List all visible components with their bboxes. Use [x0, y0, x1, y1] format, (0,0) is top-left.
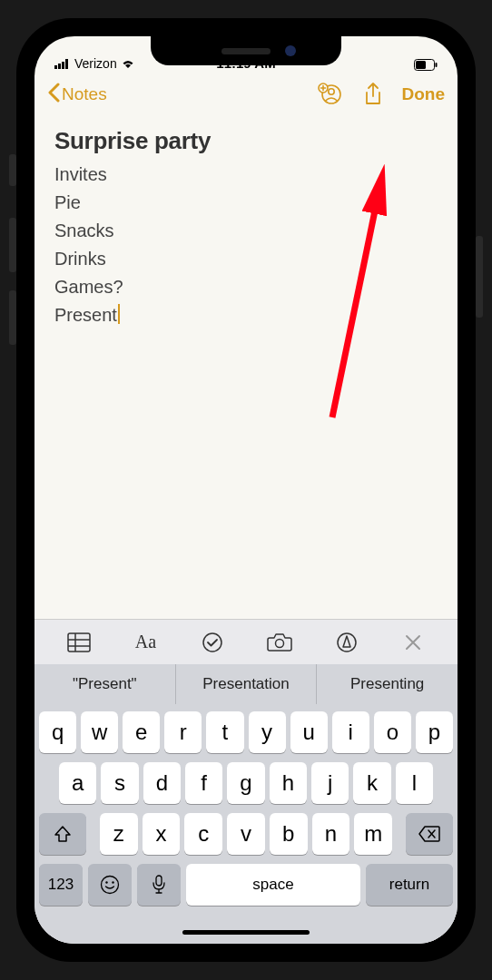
note-title: Surprise party: [54, 127, 438, 155]
key-x[interactable]: x: [143, 813, 181, 855]
svg-rect-1: [58, 64, 61, 69]
predictive-suggestion[interactable]: Presentation: [176, 664, 318, 704]
key-l[interactable]: l: [396, 762, 433, 804]
key-e[interactable]: e: [123, 711, 160, 753]
note-line: Snacks: [54, 217, 438, 245]
svg-point-19: [105, 881, 107, 883]
backspace-key[interactable]: [406, 813, 453, 855]
key-q[interactable]: q: [39, 711, 76, 753]
notch: [151, 36, 341, 65]
key-r[interactable]: r: [164, 711, 202, 753]
svg-rect-11: [68, 633, 90, 652]
power-button: [476, 236, 483, 318]
svg-rect-2: [62, 62, 64, 69]
space-key[interactable]: space: [186, 864, 360, 906]
note-line: Drinks: [54, 245, 438, 273]
note-line: Invites: [54, 161, 438, 189]
key-k[interactable]: k: [353, 762, 390, 804]
svg-point-16: [275, 639, 283, 647]
note-content[interactable]: Surprise party Invites Pie Snacks Drinks…: [34, 116, 458, 340]
key-v[interactable]: v: [227, 813, 265, 855]
keyboard-area: Aa "Present": [34, 619, 458, 944]
predictive-suggestion[interactable]: "Present": [34, 664, 176, 704]
back-button[interactable]: Notes: [47, 83, 107, 107]
text-format-button[interactable]: Aa: [113, 632, 180, 652]
svg-rect-3: [65, 59, 68, 69]
note-line: Pie: [54, 189, 438, 217]
chevron-left-icon: [47, 83, 60, 107]
signal-icon: [54, 58, 71, 69]
svg-point-8: [328, 89, 333, 94]
key-j[interactable]: j: [311, 762, 349, 804]
key-f[interactable]: f: [185, 762, 222, 804]
dismiss-keyboard-button[interactable]: [379, 633, 447, 652]
phone-frame: Verizon 11:19 AM Notes: [16, 18, 476, 962]
key-a[interactable]: a: [59, 762, 96, 804]
svg-point-18: [102, 877, 119, 894]
emoji-key[interactable]: [88, 864, 132, 906]
text-cursor: [118, 304, 120, 324]
home-indicator[interactable]: [34, 920, 458, 944]
predictive-suggestion[interactable]: Presenting: [317, 664, 458, 704]
dictation-key[interactable]: [137, 864, 181, 906]
back-label: Notes: [62, 84, 107, 104]
key-i[interactable]: i: [332, 711, 369, 753]
key-t[interactable]: t: [206, 711, 243, 753]
share-button[interactable]: [353, 82, 393, 107]
predictive-bar: "Present" Presentation Presenting: [34, 664, 458, 704]
key-d[interactable]: d: [143, 762, 181, 804]
camera-button[interactable]: [246, 632, 313, 652]
markup-button[interactable]: [313, 632, 380, 653]
key-z[interactable]: z: [100, 813, 138, 855]
table-button[interactable]: [45, 632, 113, 652]
key-m[interactable]: m: [354, 813, 392, 855]
key-b[interactable]: b: [270, 813, 308, 855]
carrier-label: Verizon: [74, 56, 117, 71]
svg-rect-5: [416, 61, 426, 69]
key-h[interactable]: h: [270, 762, 307, 804]
key-o[interactable]: o: [374, 711, 411, 753]
key-s[interactable]: s: [101, 762, 138, 804]
key-c[interactable]: c: [184, 813, 222, 855]
key-g[interactable]: g: [227, 762, 264, 804]
svg-point-15: [203, 633, 221, 652]
note-line: Present: [54, 301, 438, 329]
svg-rect-0: [54, 65, 57, 69]
svg-point-20: [112, 881, 113, 883]
wifi-icon: [121, 58, 135, 69]
key-n[interactable]: n: [312, 813, 350, 855]
key-y[interactable]: y: [249, 711, 286, 753]
numbers-key[interactable]: 123: [39, 864, 83, 906]
key-w[interactable]: w: [81, 711, 118, 753]
keyboard: q w e r t y u i o p a s d: [34, 704, 458, 920]
done-button[interactable]: Done: [397, 84, 446, 104]
key-u[interactable]: u: [290, 711, 328, 753]
nav-bar: Notes Done: [34, 73, 458, 116]
ringer-switch: [9, 154, 16, 186]
volume-up-button: [9, 218, 16, 272]
add-person-button[interactable]: [310, 83, 349, 106]
shift-key[interactable]: [39, 813, 86, 855]
volume-down-button: [9, 290, 16, 345]
checklist-button[interactable]: [179, 632, 246, 653]
format-toolbar: Aa: [34, 619, 458, 664]
svg-rect-6: [436, 63, 438, 67]
battery-icon: [414, 59, 438, 71]
return-key[interactable]: return: [366, 864, 453, 906]
note-line: Games?: [54, 273, 438, 301]
svg-rect-21: [156, 876, 162, 886]
key-p[interactable]: p: [416, 711, 453, 753]
